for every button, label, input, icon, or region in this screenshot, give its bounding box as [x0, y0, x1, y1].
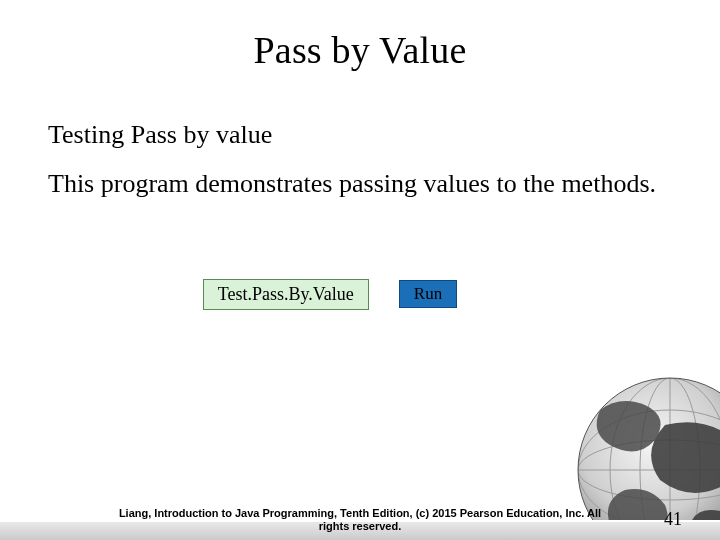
svg-point-2 — [578, 440, 720, 500]
code-link-button[interactable]: Test.Pass.By.Value — [203, 279, 369, 310]
slide-title: Pass by Value — [0, 28, 720, 72]
content-area: Testing Pass by value This program demon… — [0, 120, 720, 310]
svg-point-3 — [578, 410, 720, 520]
body-text: This program demonstrates passing values… — [48, 168, 672, 201]
globe-icon — [570, 370, 720, 520]
svg-point-4 — [640, 378, 700, 520]
run-button[interactable]: Run — [399, 280, 457, 308]
button-row: Test.Pass.By.Value Run — [48, 279, 672, 310]
subtitle: Testing Pass by value — [48, 120, 672, 150]
footer-text: Liang, Introduction to Java Programming,… — [0, 507, 720, 535]
svg-point-5 — [610, 378, 720, 520]
page-number: 41 — [664, 509, 682, 530]
svg-point-8 — [578, 378, 720, 520]
svg-point-1 — [578, 378, 720, 520]
